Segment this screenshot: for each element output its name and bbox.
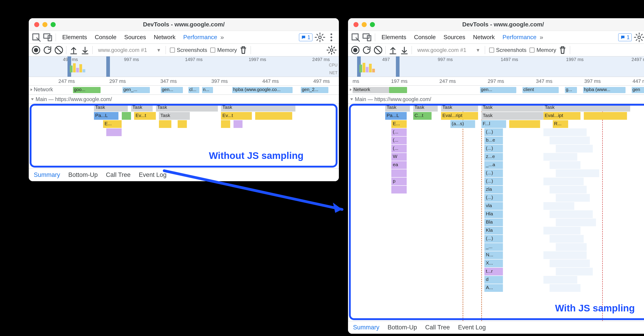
expand-icon[interactable] (30, 88, 32, 91)
flame-cell[interactable] (550, 260, 590, 267)
expand-icon[interactable] (350, 88, 352, 91)
flame-cell[interactable] (550, 137, 590, 144)
tab-network[interactable]: Network (472, 34, 495, 41)
memory-checkbox[interactable]: Memory (530, 47, 556, 53)
clear-icon[interactable] (373, 45, 383, 55)
tab-calltree[interactable]: Call Tree (106, 171, 131, 178)
flame-cell[interactable]: Task (441, 104, 478, 112)
network-bar[interactable]: Network (352, 87, 389, 93)
flame-cell[interactable]: Task (94, 104, 128, 112)
flame-cell[interactable]: Eval...ipt (544, 112, 580, 120)
network-lane[interactable]: Network Networkgen...clientg...hpba (www… (348, 86, 644, 95)
flame-cell[interactable] (556, 194, 590, 202)
tab-bottomup[interactable]: Bottom-Up (68, 171, 98, 178)
flame-cell[interactable]: Task (159, 112, 190, 120)
flame-cell[interactable]: Pa...L (94, 112, 119, 120)
network-bar[interactable]: gen... (161, 87, 183, 93)
network-bar[interactable]: hpba (www... (583, 87, 626, 93)
time-ruler[interactable]: 247 ms297 ms347 ms397 ms447 ms497 ms (29, 77, 339, 86)
device-icon[interactable] (42, 32, 53, 43)
flame-cell[interactable]: Ev...t (134, 112, 156, 120)
maximize-icon[interactable] (370, 22, 375, 27)
flame-cell[interactable] (544, 153, 578, 161)
flame-cell[interactable] (556, 268, 593, 275)
network-bar[interactable]: n... (202, 87, 213, 93)
issues-badge[interactable]: 1 (618, 33, 632, 41)
flame-cell[interactable]: Task (544, 104, 630, 112)
reload-icon[interactable] (42, 45, 52, 55)
recording-dropdown[interactable]: www.google.com #1▾ (414, 47, 482, 53)
flame-cell[interactable] (509, 120, 540, 128)
range-handle-right[interactable] (106, 56, 110, 77)
tab-sources[interactable]: Sources (124, 34, 146, 41)
collapse-icon[interactable] (31, 98, 34, 100)
flame-cell[interactable]: Task (482, 112, 544, 120)
recording-dropdown[interactable]: www.google.com #1▾ (95, 47, 163, 53)
record-icon[interactable] (350, 45, 360, 55)
network-bar[interactable] (389, 87, 407, 93)
flame-cell[interactable] (556, 169, 599, 177)
flame-cell[interactable] (544, 202, 574, 210)
traffic-lights[interactable] (354, 22, 375, 27)
more-tabs-icon[interactable]: » (538, 34, 545, 41)
inspect-icon[interactable] (350, 32, 361, 43)
settings-icon[interactable] (315, 32, 325, 43)
flame-cell[interactable]: Task (482, 104, 544, 112)
network-bar[interactable]: gen_2... (301, 87, 328, 93)
flame-cell[interactable] (556, 243, 587, 251)
flame-cell[interactable]: E... (103, 120, 122, 128)
network-bar[interactable]: cl... (188, 87, 199, 93)
flame-cell[interactable] (556, 145, 593, 153)
flame-cell[interactable] (550, 284, 580, 292)
tab-console[interactable]: Console (94, 34, 117, 41)
kebab-icon[interactable] (326, 32, 336, 43)
flame-cell[interactable] (584, 112, 627, 120)
gc-icon[interactable] (558, 45, 568, 55)
range-handle-right[interactable] (396, 56, 400, 77)
flame-cell[interactable] (556, 218, 596, 226)
network-bar[interactable]: gen (632, 87, 644, 93)
download-icon[interactable] (80, 45, 90, 55)
flame-cell[interactable] (544, 227, 580, 234)
record-icon[interactable] (31, 45, 41, 55)
overview-minimap[interactable]: 497997 ms1497 ms1997 ms2497 ms CPU NET (348, 56, 644, 77)
more-tabs-icon[interactable]: » (218, 34, 226, 41)
flame-cell[interactable] (106, 128, 122, 136)
flame-cell[interactable] (550, 235, 584, 243)
tab-elements[interactable]: Elements (381, 34, 406, 41)
flame-cell[interactable]: F...l (482, 120, 506, 128)
flame-cell[interactable] (234, 120, 243, 128)
flame-cell[interactable] (544, 128, 587, 136)
flame-cell[interactable] (550, 186, 587, 193)
gc-icon[interactable] (238, 45, 248, 55)
tab-elements[interactable]: Elements (62, 34, 87, 41)
network-bar[interactable]: gen_... (122, 87, 150, 93)
close-icon[interactable] (354, 22, 358, 27)
flame-cell[interactable] (178, 120, 187, 128)
flame-cell[interactable]: C...t (413, 112, 432, 120)
flame-cell[interactable]: Ev...t (221, 112, 252, 120)
tab-performance[interactable]: Performance (502, 34, 537, 45)
tab-calltree[interactable]: Call Tree (425, 324, 450, 331)
settings-icon[interactable] (634, 32, 644, 43)
flame-cell[interactable] (550, 210, 593, 218)
issues-badge[interactable]: 1 (299, 33, 312, 41)
flame-cell[interactable] (544, 276, 578, 284)
tab-network[interactable]: Network (153, 34, 176, 41)
upload-icon[interactable] (69, 45, 79, 55)
network-bar[interactable]: gen... (480, 87, 516, 93)
flame-cell[interactable] (221, 120, 230, 128)
capture-settings-icon[interactable] (326, 45, 336, 55)
flame-cell[interactable]: (a...s) (450, 120, 475, 128)
flame-cell[interactable] (255, 112, 292, 120)
collapse-icon[interactable] (350, 98, 353, 100)
flame-cell[interactable] (122, 112, 131, 120)
tab-eventlog[interactable]: Event Log (458, 324, 486, 331)
flame-cell[interactable] (159, 120, 171, 128)
inspect-icon[interactable] (31, 32, 42, 43)
memory-checkbox[interactable]: Memory (210, 47, 237, 53)
time-ruler[interactable]: ms197 ms247 ms297 ms347 ms397 ms447 ms (348, 77, 644, 86)
screenshots-checkbox[interactable]: Screenshots (489, 47, 526, 53)
minimize-icon[interactable] (362, 22, 367, 27)
flame-cell[interactable] (550, 161, 580, 169)
